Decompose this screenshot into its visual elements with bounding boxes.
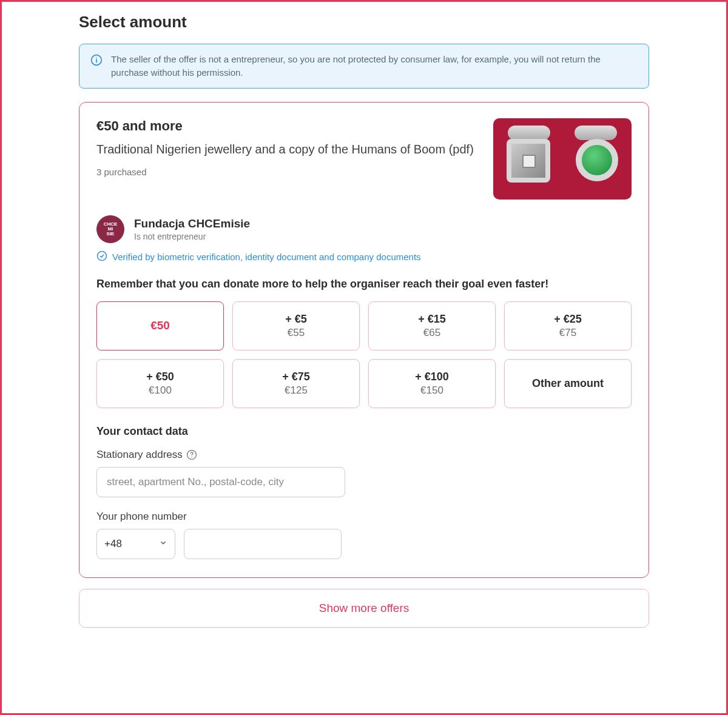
offer-image bbox=[493, 118, 632, 200]
amount-total: €125 bbox=[238, 384, 354, 397]
country-code-value: +48 bbox=[104, 538, 122, 550]
amount-option-plus15[interactable]: + €15 €65 bbox=[368, 301, 496, 351]
contact-section-label: Your contact data bbox=[96, 425, 632, 438]
phone-input[interactable] bbox=[184, 529, 342, 559]
country-code-select[interactable]: +48 bbox=[96, 529, 175, 559]
amount-option-50[interactable]: €50 bbox=[96, 301, 224, 351]
seller-status: Is not entrepreneur bbox=[134, 232, 250, 241]
amount-option-plus25[interactable]: + €25 €75 bbox=[504, 301, 632, 351]
info-banner-text: The seller of the offer is not a entrepr… bbox=[111, 53, 638, 79]
show-more-button[interactable]: Show more offers bbox=[79, 589, 649, 628]
amount-total: €55 bbox=[238, 327, 354, 339]
amount-label: €50 bbox=[102, 319, 218, 332]
offer-header: €50 and more Traditional Nigerien jewell… bbox=[96, 118, 632, 200]
info-icon bbox=[90, 54, 103, 69]
offer-purchased-count: 3 purchased bbox=[96, 167, 479, 177]
amount-total: €75 bbox=[510, 327, 626, 339]
amount-option-other[interactable]: Other amount bbox=[504, 359, 632, 408]
amount-total: €150 bbox=[374, 384, 490, 397]
svg-point-5 bbox=[191, 457, 192, 458]
info-banner: The seller of the offer is not a entrepr… bbox=[79, 44, 649, 89]
checkmark-icon bbox=[96, 250, 107, 263]
svg-point-3 bbox=[98, 251, 107, 260]
svg-point-2 bbox=[96, 57, 97, 58]
amount-option-plus50[interactable]: + €50 €100 bbox=[96, 359, 224, 408]
amount-plus: + €100 bbox=[374, 371, 490, 383]
amount-plus: + €15 bbox=[374, 313, 490, 326]
amount-option-plus100[interactable]: + €100 €150 bbox=[368, 359, 496, 408]
page-title: Select amount bbox=[79, 13, 649, 32]
amount-plus: + €75 bbox=[238, 371, 354, 383]
amount-plus: + €50 bbox=[102, 371, 218, 383]
seller-name: Fundacja CHCEmisie bbox=[134, 217, 250, 230]
offer-tier: €50 and more bbox=[96, 118, 479, 134]
phone-label: Your phone number bbox=[96, 511, 632, 523]
amount-total: €100 bbox=[102, 384, 218, 397]
amount-option-plus5[interactable]: + €5 €55 bbox=[232, 301, 360, 351]
seller-row: CHCE MI SIE Fundacja CHCEmisie Is not en… bbox=[96, 215, 632, 243]
help-icon[interactable] bbox=[186, 449, 197, 460]
amount-other-label: Other amount bbox=[510, 377, 626, 390]
amount-plus: + €5 bbox=[238, 313, 354, 326]
chevron-down-icon bbox=[159, 538, 167, 550]
address-input[interactable] bbox=[96, 467, 345, 497]
verified-row: Verified by biometric verification, iden… bbox=[96, 250, 632, 263]
amount-option-plus75[interactable]: + €75 €125 bbox=[232, 359, 360, 408]
amount-total: €65 bbox=[374, 327, 490, 339]
amount-grid: €50 + €5 €55 + €15 €65 + €25 €75 + €50 €… bbox=[96, 301, 632, 408]
offer-description: Traditional Nigerien jewellery and a cop… bbox=[96, 140, 479, 158]
offer-card: €50 and more Traditional Nigerien jewell… bbox=[79, 102, 649, 578]
address-label: Stationary address bbox=[96, 449, 632, 461]
seller-avatar: CHCE MI SIE bbox=[96, 215, 124, 243]
donate-note: Remember that you can donate more to hel… bbox=[96, 278, 632, 290]
amount-plus: + €25 bbox=[510, 313, 626, 326]
verified-text: Verified by biometric verification, iden… bbox=[112, 252, 421, 262]
